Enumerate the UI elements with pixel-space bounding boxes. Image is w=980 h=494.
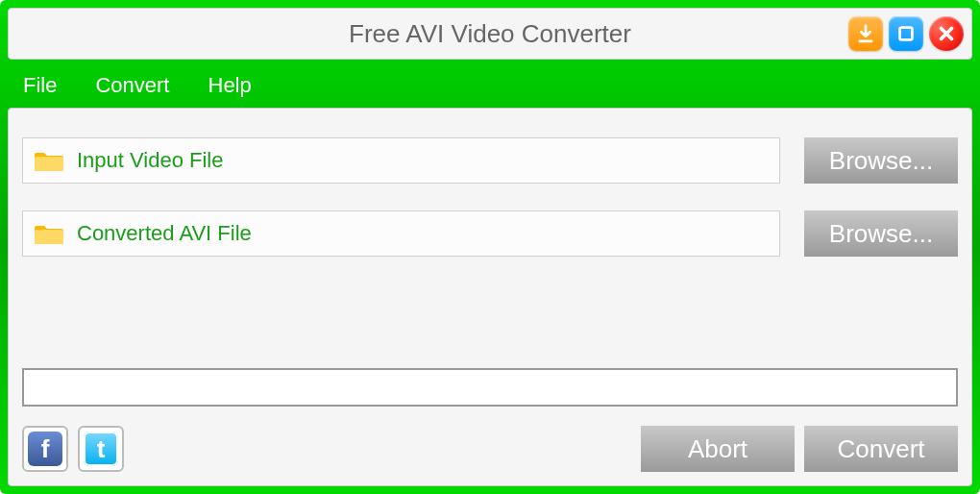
- titlebar: Free AVI Video Converter: [8, 8, 972, 60]
- input-file-field[interactable]: Input Video File: [22, 137, 780, 184]
- maximize-button[interactable]: [889, 16, 923, 51]
- menu-help[interactable]: Help: [208, 73, 252, 98]
- progress-bar: [22, 368, 958, 407]
- folder-icon: [35, 149, 63, 172]
- app-title: Free AVI Video Converter: [349, 19, 631, 49]
- content-area: Input Video File Browse... Converted AVI…: [8, 108, 972, 486]
- abort-button[interactable]: Abort: [641, 426, 795, 472]
- app-window: Free AVI Video Converter File Convert He…: [0, 0, 980, 494]
- menu-file[interactable]: File: [23, 73, 57, 98]
- browse-input-button[interactable]: Browse...: [804, 137, 958, 184]
- input-file-row: Input Video File Browse...: [22, 137, 958, 184]
- download-icon: [855, 23, 876, 44]
- menu-convert[interactable]: Convert: [95, 73, 169, 98]
- svg-rect-1: [900, 28, 913, 40]
- window-controls: [848, 16, 964, 51]
- minimize-button[interactable]: [848, 16, 883, 51]
- browse-output-button[interactable]: Browse...: [804, 210, 958, 257]
- maximize-icon: [895, 23, 917, 44]
- bottom-row: f t Abort Convert: [22, 426, 958, 472]
- convert-button[interactable]: Convert: [804, 426, 958, 472]
- menubar: File Convert Help: [8, 65, 972, 108]
- svg-rect-0: [859, 39, 873, 42]
- facebook-button[interactable]: f: [22, 426, 68, 472]
- output-file-row: Converted AVI File Browse...: [22, 210, 958, 257]
- twitter-icon: t: [84, 432, 118, 466]
- input-file-label: Input Video File: [77, 148, 223, 173]
- output-file-field[interactable]: Converted AVI File: [22, 210, 780, 257]
- facebook-icon: f: [28, 432, 62, 466]
- output-file-label: Converted AVI File: [77, 221, 252, 246]
- folder-icon: [35, 222, 63, 245]
- close-button[interactable]: [929, 16, 964, 51]
- close-icon: [936, 23, 957, 44]
- twitter-button[interactable]: t: [78, 426, 124, 472]
